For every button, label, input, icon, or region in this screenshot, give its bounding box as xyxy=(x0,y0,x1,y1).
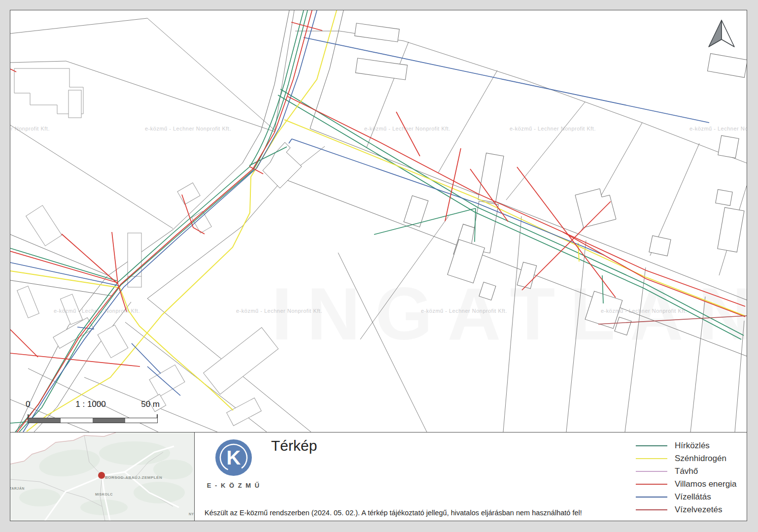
inset-city-label: MISKOLC xyxy=(95,493,113,496)
legend-label: Hírközlés xyxy=(675,441,739,451)
legend-line-swatch xyxy=(636,458,667,459)
legend-line-swatch xyxy=(636,445,667,446)
location-inset-map: BORSOD-ABAÚJ-ZEMPLÉN MISKOLC ÓTARJÁN NY xyxy=(10,432,195,521)
legend-row: Szénhidrogén xyxy=(636,452,739,465)
map-canvas: INGATLAN xyxy=(10,10,747,432)
svg-text:e-közmű - Lechner Nonprofit Kf: e-közmű - Lechner Nonprofit Kft. xyxy=(145,126,231,132)
ekozmu-logo-icon: K xyxy=(214,438,253,477)
legend-label: Szénhidrogén xyxy=(675,454,739,464)
map-document-frame: INGATLAN xyxy=(10,10,747,521)
inset-map-graphic: BORSOD-ABAÚJ-ZEMPLÉN MISKOLC ÓTARJÁN NY xyxy=(10,432,195,521)
legend-label: Vízelvezetés xyxy=(675,505,739,515)
legend-line-swatch xyxy=(636,471,667,472)
legend-row: Vízellátás xyxy=(636,491,739,503)
ekozmu-logo: K E - K Ö Z M Ű xyxy=(207,438,261,489)
svg-text:e-közmű - Lechner Nonprofit Kf: e-közmű - Lechner Nonprofit Kft. xyxy=(421,308,507,314)
large-watermark: INGATLAN xyxy=(272,272,747,355)
inset-county-label: BORSOD-ABAÚJ-ZEMPLÉN xyxy=(105,475,162,480)
map-sheet: { "map": { "watermark_small": "e-közmű -… xyxy=(0,0,758,532)
legend-row: Villamos energia xyxy=(636,478,739,491)
legend-row: Vízelvezetés xyxy=(636,503,739,516)
logo-letter: K xyxy=(227,447,241,468)
legend-line-swatch xyxy=(636,497,667,498)
svg-text:e-közmű - Lechner Nonprofit Kf: e-közmű - Lechner Nonprofit Kft. xyxy=(236,308,322,314)
page-title: Térkép xyxy=(271,437,317,454)
scale-bar: 0 1 : 1000 50 m xyxy=(22,399,160,422)
scale-ratio-label: 1 : 1000 xyxy=(22,399,160,409)
svg-text:e-közmű - Lechner Nonprofit Kf: e-közmű - Lechner Nonprofit Kft. xyxy=(601,308,687,314)
legend-line-swatch xyxy=(636,509,667,510)
svg-text:e-közmű - Lechner Nonprofit Kf: e-közmű - Lechner Nonprofit Kft. xyxy=(364,126,450,132)
scale-distance-label: 50 m xyxy=(141,399,160,409)
buildings xyxy=(14,23,747,426)
legend-line-swatch xyxy=(636,484,667,485)
legend-label: Villamos energia xyxy=(675,479,739,489)
svg-text:e-közmű - Lechner Nonprofit Kf: e-közmű - Lechner Nonprofit Kft. xyxy=(10,126,50,132)
inset-edge-label-left: ÓTARJÁN xyxy=(10,486,25,490)
footer-right-panel: K E - K Ö Z M Ű Térkép HírközlésSzénhidr… xyxy=(195,432,747,521)
map-footer: BORSOD-ABAÚJ-ZEMPLÉN MISKOLC ÓTARJÁN NY … xyxy=(10,432,747,521)
legend-label: Vízellátás xyxy=(675,492,739,502)
location-marker xyxy=(98,472,105,479)
legend: HírközlésSzénhidrogénTávhőVillamos energ… xyxy=(636,439,739,516)
north-arrow-icon xyxy=(709,20,734,47)
inset-edge-label-right: NY xyxy=(189,512,194,516)
scale-bar-graphic xyxy=(22,414,160,422)
cadastral-map: INGATLAN xyxy=(10,10,747,432)
logo-caption: E - K Ö Z M Ű xyxy=(207,482,261,489)
legend-row: Távhő xyxy=(636,465,739,478)
svg-text:e-közmű - Lechner Nonprofit Kf: e-közmű - Lechner Nonprofit Kft. xyxy=(510,126,596,132)
legend-label: Távhő xyxy=(675,466,739,476)
disclaimer-text: Készült az E-közmű rendszerben (2024. 05… xyxy=(205,509,582,517)
svg-text:e-közmű - Lechner Nonprofit Kf: e-közmű - Lechner Nonprofit Kft. xyxy=(54,308,140,314)
svg-text:e-közmű - Lechner Nonprofit Kf: e-közmű - Lechner Nonprofit Kft. xyxy=(689,126,747,132)
legend-row: Hírközlés xyxy=(636,439,739,452)
